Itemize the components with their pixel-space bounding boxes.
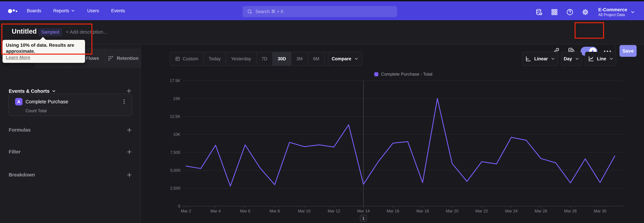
events-section-title: Events & Cohorts xyxy=(9,88,50,94)
x-axis-label: Mar 28 xyxy=(560,209,580,213)
plus-icon xyxy=(126,172,132,178)
y-axis-label: 17.5K xyxy=(158,78,180,83)
x-axis-label: Mar 4 xyxy=(206,209,226,213)
plus-icon xyxy=(126,149,132,155)
query-builder-sidebar: Insights Funnels Flows xyxy=(0,44,141,223)
nav-item-label: Events xyxy=(111,8,125,14)
top-navigation-bar: BoardsReportsUsersEvents Search ⌘ + K xyxy=(0,1,644,20)
range-custom[interactable]: Custom xyxy=(170,52,204,66)
builder-row-formulas: Formulas xyxy=(0,126,141,135)
chevron-down-icon xyxy=(575,56,580,61)
y-axis-label: 7,500 xyxy=(158,150,180,155)
annotation-marker[interactable]: 1 xyxy=(360,215,367,222)
chevron-down-icon xyxy=(71,9,75,13)
scale-label: Linear xyxy=(534,56,548,61)
chevron-down-icon xyxy=(630,10,635,15)
tab-retention[interactable]: Retention xyxy=(105,49,140,68)
range-today[interactable]: Today xyxy=(204,52,226,66)
tab-label: Flows xyxy=(86,56,99,61)
event-options-button[interactable] xyxy=(121,98,128,105)
mixpanel-logo-icon[interactable] xyxy=(8,7,19,15)
calendar-icon xyxy=(175,56,180,61)
range-30d[interactable]: 30D xyxy=(273,52,292,66)
y-axis-label: 5,000 xyxy=(158,168,180,173)
x-axis-label: Mar 14 xyxy=(353,209,374,213)
apps-grid-icon[interactable] xyxy=(550,8,558,16)
report-title[interactable]: Untitled xyxy=(12,28,37,35)
range-7d[interactable]: 7D xyxy=(256,52,273,66)
y-axis-label: 15K xyxy=(158,96,180,101)
compare-button[interactable]: Compare xyxy=(328,52,362,66)
nav-right-group: E-Commerce All Project Data xyxy=(535,3,635,22)
scale-dropdown[interactable]: Linear xyxy=(522,52,558,66)
x-axis-label: Mar 20 xyxy=(442,209,462,213)
event-aggregation[interactable]: Count Total xyxy=(26,108,46,113)
learn-more-link[interactable]: Learn More xyxy=(6,55,30,60)
event-card-complete-purchase[interactable]: A Complete Purchase Count Total xyxy=(8,94,132,116)
x-axis-label: Mar 12 xyxy=(324,209,344,213)
x-axis-label: Mar 26 xyxy=(531,209,551,213)
y-axis-label: 10K xyxy=(158,132,180,137)
granularity-dropdown[interactable]: Day xyxy=(561,52,582,66)
tab-label: Retention xyxy=(117,56,138,61)
search-icon xyxy=(247,9,252,14)
chevron-down-icon xyxy=(354,56,359,61)
chart-type-dropdown[interactable]: Line xyxy=(585,52,616,66)
range-label: 3M xyxy=(296,56,303,61)
chevron-down-icon xyxy=(609,56,614,61)
chart-type-label: Line xyxy=(597,56,606,61)
tooltip-message: Using 10% of data. Results are approxima… xyxy=(6,42,82,54)
x-axis-label: Mar 6 xyxy=(235,209,255,213)
range-6m[interactable]: 6M xyxy=(308,52,325,66)
add-formulas-button[interactable] xyxy=(125,126,134,134)
add-filter-button[interactable] xyxy=(125,148,134,156)
range-label: 7D xyxy=(262,56,267,61)
range-label: Today xyxy=(209,56,221,61)
nav-item-reports[interactable]: Reports xyxy=(53,8,75,14)
range-label: Custom xyxy=(183,56,198,61)
search-placeholder: Search ⌘ + K xyxy=(256,9,284,14)
help-icon[interactable] xyxy=(566,8,574,16)
date-range-selector: CustomTodayYesterday7D30D3M6M12M xyxy=(170,52,344,66)
project-switcher[interactable]: E-Commerce All Project Data xyxy=(598,7,635,17)
line-chart-icon xyxy=(588,55,594,62)
search-input[interactable]: Search ⌘ + K xyxy=(243,6,397,17)
nav-items: BoardsReportsUsersEvents xyxy=(27,8,125,14)
x-axis-label: Mar 8 xyxy=(265,209,285,213)
compare-label: Compare xyxy=(332,56,351,61)
chevron-down-icon xyxy=(550,56,555,61)
y-axis-label: 2,500 xyxy=(158,186,180,191)
nav-item-boards[interactable]: Boards xyxy=(27,8,41,14)
kebab-menu-icon xyxy=(121,98,128,105)
sampling-tooltip: Using 10% of data. Results are approxima… xyxy=(2,40,85,63)
event-letter-badge: A xyxy=(15,98,22,105)
builder-row-breakdown: Breakdown xyxy=(0,171,141,180)
event-name: Complete Purchase xyxy=(26,99,68,104)
y-axis-label: 0 xyxy=(158,204,180,209)
x-axis-label: Mar 18 xyxy=(412,209,433,213)
x-axis-label: Mar 24 xyxy=(501,209,522,213)
builder-row-label: Filter xyxy=(9,149,21,155)
y-axis-label: 12.5K xyxy=(158,114,180,119)
x-axis-label: Mar 22 xyxy=(472,209,492,213)
x-axis-label: Mar 16 xyxy=(383,209,403,213)
nav-item-users[interactable]: Users xyxy=(87,8,99,14)
add-breakdown-button[interactable] xyxy=(125,171,134,179)
range-3m[interactable]: 3M xyxy=(291,52,308,66)
plus-icon xyxy=(126,88,132,94)
save-button[interactable]: Save xyxy=(620,45,636,57)
range-yesterday[interactable]: Yesterday xyxy=(226,52,256,66)
plus-icon xyxy=(126,127,132,133)
nav-item-events[interactable]: Events xyxy=(111,8,125,14)
data-management-icon[interactable] xyxy=(535,8,543,16)
add-description-field[interactable]: + Add description... xyxy=(66,29,107,35)
range-label: 30D xyxy=(278,56,286,61)
nav-item-label: Users xyxy=(87,8,99,14)
sampled-badge[interactable]: Sampled xyxy=(38,28,62,36)
x-axis-label: Mar 30 xyxy=(590,209,610,213)
builder-row-filter: Filter xyxy=(0,148,141,157)
nav-item-label: Reports xyxy=(53,8,69,14)
line-chart[interactable]: 1 Mar 2Mar 4Mar 6Mar 8Mar 10Mar 12Mar 14… xyxy=(141,74,644,223)
settings-gear-icon[interactable] xyxy=(582,8,589,16)
window-top-strip xyxy=(0,0,644,1)
